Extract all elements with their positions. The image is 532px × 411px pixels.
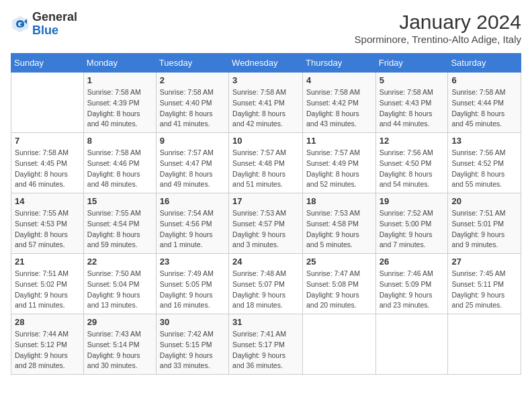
day-number: 21 (15, 257, 80, 267)
day-info: Sunrise: 7:58 AMSunset: 4:43 PMDaylight:… (380, 87, 445, 130)
column-header-thursday: Thursday (303, 54, 376, 73)
day-number: 15 (87, 196, 152, 206)
calendar-cell: 12Sunrise: 7:56 AMSunset: 4:50 PMDayligh… (375, 133, 448, 193)
calendar-cell: 2Sunrise: 7:58 AMSunset: 4:40 PMDaylight… (156, 73, 228, 133)
day-number: 24 (232, 257, 299, 267)
day-number: 19 (380, 196, 445, 206)
day-info: Sunrise: 7:58 AMSunset: 4:45 PMDaylight:… (15, 148, 80, 190)
calendar-cell: 26Sunrise: 7:46 AMSunset: 5:09 PMDayligh… (375, 254, 448, 314)
day-number: 1 (87, 75, 152, 85)
day-info: Sunrise: 7:53 AMSunset: 4:57 PMDaylight:… (232, 208, 299, 250)
day-info: Sunrise: 7:57 AMSunset: 4:48 PMDaylight:… (232, 148, 299, 190)
calendar-cell (303, 314, 376, 375)
day-info: Sunrise: 7:42 AMSunset: 5:15 PMDaylight:… (160, 329, 225, 371)
day-number: 9 (160, 136, 225, 146)
day-info: Sunrise: 7:52 AMSunset: 5:00 PMDaylight:… (380, 208, 445, 250)
day-number: 31 (232, 317, 299, 327)
logo-text: General Blue (32, 11, 77, 38)
day-info: Sunrise: 7:58 AMSunset: 4:42 PMDaylight:… (306, 87, 372, 130)
day-number: 20 (451, 196, 517, 206)
day-info: Sunrise: 7:56 AMSunset: 4:52 PMDaylight:… (451, 148, 517, 190)
day-info: Sunrise: 7:45 AMSunset: 5:11 PMDaylight:… (451, 269, 517, 311)
day-number: 11 (306, 136, 372, 146)
logo: General Blue (11, 11, 77, 38)
day-number: 10 (232, 136, 299, 146)
calendar-cell: 15Sunrise: 7:55 AMSunset: 4:54 PMDayligh… (83, 193, 156, 254)
day-info: Sunrise: 7:54 AMSunset: 4:56 PMDaylight:… (160, 208, 225, 250)
day-info: Sunrise: 7:55 AMSunset: 4:53 PMDaylight:… (15, 208, 80, 250)
calendar-cell: 3Sunrise: 7:58 AMSunset: 4:41 PMDaylight… (229, 73, 303, 133)
day-number: 27 (451, 257, 517, 267)
day-number: 13 (451, 136, 517, 146)
day-number: 26 (380, 257, 445, 267)
calendar-cell: 18Sunrise: 7:53 AMSunset: 4:58 PMDayligh… (303, 193, 376, 254)
calendar-table: SundayMondayTuesdayWednesdayThursdayFrid… (11, 53, 521, 375)
day-number: 17 (232, 196, 299, 206)
day-number: 30 (160, 317, 225, 327)
day-info: Sunrise: 7:58 AMSunset: 4:40 PMDaylight:… (160, 87, 225, 130)
day-info: Sunrise: 7:58 AMSunset: 4:41 PMDaylight:… (232, 87, 299, 130)
calendar-cell: 6Sunrise: 7:58 AMSunset: 4:44 PMDaylight… (448, 73, 521, 133)
day-info: Sunrise: 7:47 AMSunset: 5:08 PMDaylight:… (306, 269, 372, 311)
calendar-week-row: 7Sunrise: 7:58 AMSunset: 4:45 PMDaylight… (11, 133, 521, 193)
day-number: 3 (232, 75, 299, 85)
logo-icon (11, 15, 30, 34)
calendar-week-row: 1Sunrise: 7:58 AMSunset: 4:39 PMDaylight… (11, 73, 521, 133)
day-info: Sunrise: 7:56 AMSunset: 4:50 PMDaylight:… (380, 148, 445, 190)
calendar-cell: 17Sunrise: 7:53 AMSunset: 4:57 PMDayligh… (229, 193, 303, 254)
day-number: 18 (306, 196, 372, 206)
calendar-cell: 10Sunrise: 7:57 AMSunset: 4:48 PMDayligh… (229, 133, 303, 193)
day-info: Sunrise: 7:58 AMSunset: 4:46 PMDaylight:… (87, 148, 152, 190)
calendar-cell: 27Sunrise: 7:45 AMSunset: 5:11 PMDayligh… (448, 254, 521, 314)
calendar-cell (11, 73, 84, 133)
calendar-week-row: 14Sunrise: 7:55 AMSunset: 4:53 PMDayligh… (11, 193, 521, 254)
day-info: Sunrise: 7:55 AMSunset: 4:54 PMDaylight:… (87, 208, 152, 250)
day-number: 29 (87, 317, 152, 327)
day-info: Sunrise: 7:53 AMSunset: 4:58 PMDaylight:… (306, 208, 372, 250)
column-header-saturday: Saturday (448, 54, 521, 73)
calendar-cell: 4Sunrise: 7:58 AMSunset: 4:42 PMDaylight… (303, 73, 376, 133)
calendar-cell: 8Sunrise: 7:58 AMSunset: 4:46 PMDaylight… (83, 133, 156, 193)
day-number: 23 (160, 257, 225, 267)
column-header-wednesday: Wednesday (229, 54, 303, 73)
calendar-cell: 16Sunrise: 7:54 AMSunset: 4:56 PMDayligh… (156, 193, 228, 254)
day-info: Sunrise: 7:49 AMSunset: 5:05 PMDaylight:… (160, 269, 225, 311)
day-number: 7 (15, 136, 80, 146)
column-header-sunday: Sunday (11, 54, 84, 73)
calendar-cell: 19Sunrise: 7:52 AMSunset: 5:00 PMDayligh… (375, 193, 448, 254)
day-number: 25 (306, 257, 372, 267)
calendar-cell: 11Sunrise: 7:57 AMSunset: 4:49 PMDayligh… (303, 133, 376, 193)
calendar-cell: 9Sunrise: 7:57 AMSunset: 4:47 PMDaylight… (156, 133, 228, 193)
day-number: 14 (15, 196, 80, 206)
calendar-cell: 21Sunrise: 7:51 AMSunset: 5:02 PMDayligh… (11, 254, 84, 314)
day-number: 22 (87, 257, 152, 267)
calendar-cell: 24Sunrise: 7:48 AMSunset: 5:07 PMDayligh… (229, 254, 303, 314)
calendar-cell: 23Sunrise: 7:49 AMSunset: 5:05 PMDayligh… (156, 254, 228, 314)
calendar-cell: 13Sunrise: 7:56 AMSunset: 4:52 PMDayligh… (448, 133, 521, 193)
calendar-cell: 28Sunrise: 7:44 AMSunset: 5:12 PMDayligh… (11, 314, 84, 375)
column-header-tuesday: Tuesday (156, 54, 228, 73)
day-info: Sunrise: 7:48 AMSunset: 5:07 PMDaylight:… (232, 269, 299, 311)
day-number: 8 (87, 136, 152, 146)
calendar-cell: 29Sunrise: 7:43 AMSunset: 5:14 PMDayligh… (83, 314, 156, 375)
calendar-cell: 22Sunrise: 7:50 AMSunset: 5:04 PMDayligh… (83, 254, 156, 314)
calendar-cell (448, 314, 521, 375)
day-info: Sunrise: 7:58 AMSunset: 4:44 PMDaylight:… (451, 87, 517, 130)
day-number: 6 (451, 75, 517, 85)
day-info: Sunrise: 7:50 AMSunset: 5:04 PMDaylight:… (87, 269, 152, 311)
day-info: Sunrise: 7:51 AMSunset: 5:02 PMDaylight:… (15, 269, 80, 311)
page-header: General Blue January 2024 Sporminore, Tr… (11, 11, 521, 45)
day-info: Sunrise: 7:58 AMSunset: 4:39 PMDaylight:… (87, 87, 152, 130)
column-header-friday: Friday (375, 54, 448, 73)
day-info: Sunrise: 7:46 AMSunset: 5:09 PMDaylight:… (380, 269, 445, 311)
calendar-cell: 7Sunrise: 7:58 AMSunset: 4:45 PMDaylight… (11, 133, 84, 193)
day-info: Sunrise: 7:51 AMSunset: 5:01 PMDaylight:… (451, 208, 517, 250)
calendar-cell (375, 314, 448, 375)
day-number: 16 (160, 196, 225, 206)
day-info: Sunrise: 7:41 AMSunset: 5:17 PMDaylight:… (232, 329, 299, 371)
column-header-monday: Monday (83, 54, 156, 73)
title-area: January 2024 Sporminore, Trentino-Alto A… (355, 11, 521, 45)
day-number: 28 (15, 317, 80, 327)
day-info: Sunrise: 7:57 AMSunset: 4:47 PMDaylight:… (160, 148, 225, 190)
day-number: 5 (380, 75, 445, 85)
